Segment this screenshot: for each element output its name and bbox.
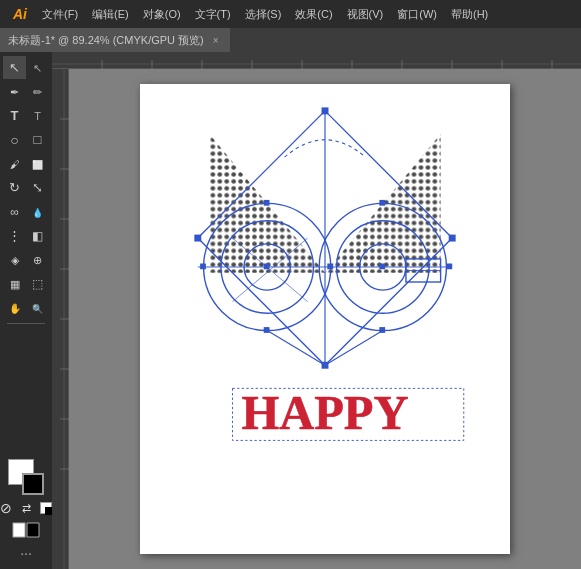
screen-mode-btn[interactable] xyxy=(10,521,42,541)
menu-window[interactable]: 窗口(W) xyxy=(391,5,443,24)
document-tab[interactable]: 未标题-1* @ 89.24% (CMYK/GPU 预览) × xyxy=(0,28,230,52)
brush-icon xyxy=(10,157,20,171)
pen-icon xyxy=(10,85,19,99)
tool-symbol[interactable] xyxy=(26,248,49,271)
symbol-icon xyxy=(33,253,42,267)
vertical-ruler xyxy=(52,69,69,569)
color-quick-row: ⊘ ⇄ xyxy=(0,499,52,517)
tool-group-nav xyxy=(3,296,49,319)
direct-icon xyxy=(33,61,42,75)
tool-shape-builder[interactable] xyxy=(3,248,26,271)
tab-title: 未标题-1* @ 89.24% (CMYK/GPU 预览) xyxy=(8,33,204,48)
tool-direct-selection[interactable] xyxy=(26,56,49,79)
eraser-icon xyxy=(32,157,43,171)
hand-icon xyxy=(9,301,21,315)
white-black-btn[interactable] xyxy=(37,499,52,517)
tool-group-chart xyxy=(3,272,49,295)
tool-selection[interactable] xyxy=(3,56,26,79)
tool-eyedropper[interactable] xyxy=(26,200,49,223)
gradient-icon xyxy=(32,229,43,243)
menu-items: 文件(F) 编辑(E) 对象(O) 文字(T) 选择(S) 效果(C) 视图(V… xyxy=(36,5,494,24)
svg-rect-41 xyxy=(194,235,201,242)
shape-builder-icon xyxy=(11,253,19,267)
tool-eraser[interactable] xyxy=(26,152,49,175)
ruler-ticks-h: // ruler ticks drawn via SVG xyxy=(52,52,581,69)
arrow-icon xyxy=(9,60,20,75)
document-canvas: HAPPY xyxy=(140,84,510,554)
menu-bar: Ai 文件(F) 编辑(E) 对象(O) 文字(T) 选择(S) 效果(C) 视… xyxy=(0,0,581,28)
tab-close-button[interactable]: × xyxy=(210,34,222,46)
tool-rotate[interactable] xyxy=(3,176,26,199)
eyedropper-icon xyxy=(32,205,43,219)
svg-rect-48 xyxy=(446,264,452,270)
svg-rect-46 xyxy=(379,200,385,206)
tool-mesh[interactable] xyxy=(3,224,26,247)
horizontal-ruler: // ruler ticks drawn via SVG xyxy=(52,52,581,69)
svg-rect-47 xyxy=(379,327,385,333)
menu-select[interactable]: 选择(S) xyxy=(239,5,288,24)
chart-icon xyxy=(10,277,20,291)
svg-marker-1 xyxy=(27,523,39,537)
type-area-icon xyxy=(34,109,41,123)
artboard-icon xyxy=(32,277,43,291)
ruler-ticks-v xyxy=(52,69,69,569)
svg-rect-43 xyxy=(264,327,270,333)
swap-color-btn[interactable]: ⇄ xyxy=(17,499,35,517)
svg-rect-44 xyxy=(200,264,206,270)
svg-rect-45 xyxy=(327,264,333,270)
blend-icon xyxy=(10,205,19,219)
tool-hand[interactable] xyxy=(3,296,26,319)
tool-group-shape xyxy=(3,128,49,151)
rotate-icon xyxy=(9,180,20,195)
happy-text: HAPPY xyxy=(241,386,408,440)
screen-mode-icon xyxy=(11,521,41,541)
tool-gradient[interactable] xyxy=(26,224,49,247)
tool-group-paint xyxy=(3,152,49,175)
svg-rect-42 xyxy=(264,200,270,206)
app-logo: Ai xyxy=(4,0,36,28)
tool-pencil[interactable] xyxy=(26,80,49,103)
menu-object[interactable]: 对象(O) xyxy=(137,5,187,24)
menu-type[interactable]: 文字(T) xyxy=(189,5,237,24)
menu-help[interactable]: 帮助(H) xyxy=(445,5,494,24)
zoom-icon xyxy=(32,301,43,315)
tool-pen[interactable] xyxy=(3,80,26,103)
scale-icon xyxy=(32,180,43,195)
tool-blend[interactable] xyxy=(3,200,26,223)
menu-effect[interactable]: 效果(C) xyxy=(289,5,338,24)
none-color-btn[interactable]: ⊘ xyxy=(0,499,15,517)
tab-bar: 未标题-1* @ 89.24% (CMYK/GPU 预览) × xyxy=(0,28,581,52)
tool-group-select xyxy=(3,56,49,79)
svg-rect-50 xyxy=(379,264,385,270)
tool-group-mesh xyxy=(3,224,49,247)
svg-rect-39 xyxy=(449,235,456,242)
rect-icon xyxy=(34,132,42,147)
tool-ellipse[interactable] xyxy=(3,128,26,151)
tool-brush[interactable] xyxy=(3,152,26,175)
tool-rectangle[interactable] xyxy=(26,128,49,151)
tool-group-transform xyxy=(3,176,49,199)
color-section: ⊘ ⇄ ··· xyxy=(0,459,52,565)
svg-rect-0 xyxy=(13,523,25,537)
menu-view[interactable]: 视图(V) xyxy=(341,5,390,24)
menu-file[interactable]: 文件(F) xyxy=(36,5,84,24)
stroke-color-box[interactable] xyxy=(22,473,44,495)
toolbar-separator xyxy=(7,323,45,324)
tool-type[interactable] xyxy=(3,104,26,127)
main-layout: ⊘ ⇄ ··· // ruler tick xyxy=(0,52,581,569)
menu-edit[interactable]: 编辑(E) xyxy=(86,5,135,24)
tool-zoom[interactable] xyxy=(26,296,49,319)
svg-rect-40 xyxy=(322,362,329,369)
tool-chart[interactable] xyxy=(3,272,26,295)
canvas-area[interactable]: // ruler ticks drawn via SVG xyxy=(52,52,581,569)
more-tools-btn[interactable]: ··· xyxy=(20,545,32,561)
artwork-svg: HAPPY xyxy=(140,84,510,554)
tool-group-pen xyxy=(3,80,49,103)
pencil-icon xyxy=(33,85,42,99)
fill-stroke-indicator[interactable] xyxy=(8,459,44,495)
tool-group-type xyxy=(3,104,49,127)
tool-scale[interactable] xyxy=(26,176,49,199)
tool-artboard[interactable] xyxy=(26,272,49,295)
left-toolbar: ⊘ ⇄ ··· xyxy=(0,52,52,569)
tool-type-area[interactable] xyxy=(26,104,49,127)
